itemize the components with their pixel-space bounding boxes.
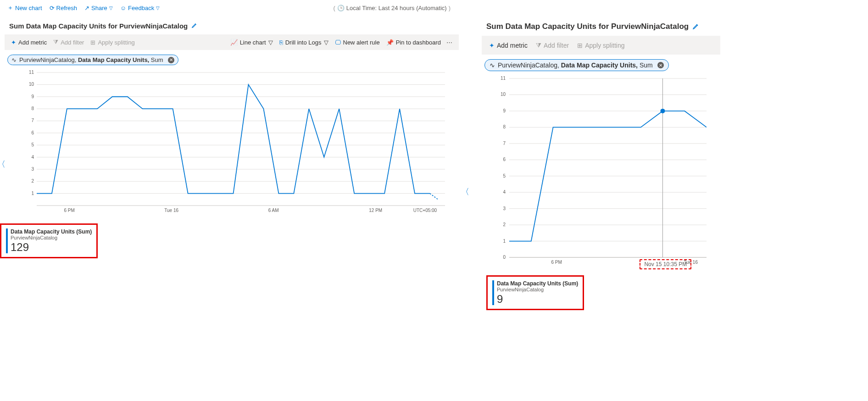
pin-label: Pin to dashboard bbox=[396, 39, 441, 46]
more-menu-button[interactable]: ⋯ bbox=[445, 38, 455, 47]
chart-toolbar-right: ✦ Add metric ⧩ Add filter ⊞ Apply splitt… bbox=[482, 36, 720, 55]
feedback-button[interactable]: ☺ Feedback ▽ bbox=[117, 3, 162, 13]
chevron-down-icon: ▽ bbox=[268, 39, 273, 46]
add-filter-button[interactable]: ⧩ Add filter bbox=[532, 39, 573, 52]
share-label: Share bbox=[91, 5, 107, 11]
svg-text:6 AM: 6 AM bbox=[268, 208, 279, 213]
plus-icon: ＋ bbox=[7, 4, 13, 12]
share-button[interactable]: ↗ Share ▽ bbox=[82, 3, 116, 13]
chevron-down-icon: ▽ bbox=[156, 6, 160, 11]
new-alert-button[interactable]: 🖵 New alert rule bbox=[332, 38, 383, 47]
edit-title-icon[interactable] bbox=[692, 22, 700, 31]
chart-panel-left: Sum Data Map Capacity Units for PurviewN… bbox=[5, 16, 459, 258]
svg-text:1: 1 bbox=[503, 239, 506, 244]
apply-splitting-button[interactable]: ⊞ Apply splitting bbox=[88, 38, 137, 47]
svg-text:5: 5 bbox=[31, 142, 34, 147]
refresh-icon: ⟳ bbox=[50, 5, 55, 11]
metric-icon: ∿ bbox=[490, 61, 495, 69]
clock-icon: 🕒 bbox=[337, 5, 345, 11]
sparkle-icon: ✦ bbox=[489, 42, 495, 49]
split-icon: ⊞ bbox=[577, 42, 583, 49]
legend-color-bar bbox=[6, 228, 8, 253]
svg-text:6 PM: 6 PM bbox=[64, 208, 75, 213]
time-range-label: Local Time: Last 24 hours (Automatic) bbox=[346, 5, 447, 11]
edit-title-icon[interactable] bbox=[191, 22, 198, 30]
remove-pill-icon[interactable]: ✕ bbox=[657, 62, 664, 68]
legend-color-bar bbox=[492, 280, 494, 305]
svg-text:2: 2 bbox=[31, 178, 34, 184]
svg-text:9: 9 bbox=[31, 94, 34, 99]
filter-icon: ⧩ bbox=[53, 39, 58, 46]
svg-text:2: 2 bbox=[503, 222, 506, 227]
pill-metric: Data Map Capacity Units, bbox=[78, 56, 151, 63]
add-filter-label: Add filter bbox=[61, 39, 84, 46]
svg-text:10: 10 bbox=[29, 82, 34, 87]
pill-resource: PurviewNinjaCatalog, bbox=[19, 56, 78, 63]
chart-area-left[interactable]: 12345678910116 PMTue 166 AM12 PMUTC+05:0… bbox=[18, 68, 459, 221]
add-metric-button[interactable]: ✦ Add metric bbox=[485, 39, 531, 52]
pill-resource: PurviewNinjaCatalog, bbox=[498, 61, 561, 69]
legend-value: 9 bbox=[497, 293, 578, 305]
new-chart-label: New chart bbox=[15, 5, 42, 11]
new-chart-button[interactable]: ＋ New chart bbox=[5, 2, 45, 14]
collapse-right-icon[interactable]: 〈 bbox=[461, 186, 469, 197]
svg-text:1: 1 bbox=[31, 191, 34, 196]
apply-splitting-label: Apply splitting bbox=[585, 42, 624, 49]
chart-area-right[interactable]: 012345678910116 PMTue 16 Nov 15 10:35 PM bbox=[486, 74, 720, 273]
hover-timestamp-tooltip: Nov 15 10:35 PM bbox=[640, 259, 691, 269]
add-filter-button[interactable]: ⧩ Add filter bbox=[50, 37, 87, 47]
remove-pill-icon[interactable]: ✕ bbox=[168, 57, 174, 63]
apply-splitting-button[interactable]: ⊞ Apply splitting bbox=[573, 39, 628, 52]
svg-text:0: 0 bbox=[503, 255, 506, 260]
top-command-bar: ＋ New chart ⟳ Refresh ↗ Share ▽ ☺ Feedba… bbox=[0, 0, 868, 16]
feedback-label: Feedback bbox=[128, 5, 154, 11]
svg-text:7: 7 bbox=[31, 118, 34, 123]
legend-resource-name: PurviewNinjaCatalog bbox=[497, 287, 578, 292]
svg-text:8: 8 bbox=[503, 124, 506, 129]
metric-pill-right[interactable]: ∿ PurviewNinjaCatalog, Data Map Capacity… bbox=[484, 59, 669, 71]
chevron-down-icon: ▽ bbox=[109, 6, 113, 11]
svg-text:6 PM: 6 PM bbox=[551, 260, 562, 265]
logs-icon: ⎘ bbox=[279, 39, 283, 46]
svg-point-56 bbox=[660, 109, 665, 113]
add-metric-label: Add metric bbox=[18, 39, 47, 46]
svg-text:3: 3 bbox=[503, 206, 506, 211]
chart-title-right: Sum Data Map Capacity Units for PurviewN… bbox=[486, 22, 689, 31]
svg-text:6: 6 bbox=[31, 130, 34, 135]
svg-text:11: 11 bbox=[29, 70, 34, 75]
legend-box-right: Data Map Capacity Units (Sum) PurviewNin… bbox=[486, 275, 584, 310]
smile-icon: ☺ bbox=[120, 5, 126, 11]
svg-text:5: 5 bbox=[503, 173, 506, 178]
pill-metric: Data Map Capacity Units, bbox=[561, 61, 640, 69]
filter-icon: ⧩ bbox=[536, 41, 541, 49]
svg-text:3: 3 bbox=[31, 167, 34, 172]
chart-title-left: Sum Data Map Capacity Units for PurviewN… bbox=[9, 22, 188, 30]
split-icon: ⊞ bbox=[90, 39, 95, 46]
metric-icon: ∿ bbox=[11, 56, 17, 63]
svg-text:9: 9 bbox=[503, 108, 506, 113]
refresh-button[interactable]: ⟳ Refresh bbox=[47, 3, 80, 13]
svg-text:11: 11 bbox=[501, 76, 506, 81]
refresh-label: Refresh bbox=[56, 5, 78, 11]
metric-pill-left[interactable]: ∿ PurviewNinjaCatalog, Data Map Capacity… bbox=[7, 55, 178, 65]
legend-metric-name: Data Map Capacity Units (Sum) bbox=[497, 280, 578, 287]
chevron-down-icon: ▽ bbox=[324, 39, 328, 46]
alert-icon: 🖵 bbox=[335, 39, 341, 46]
chart-type-dropdown[interactable]: 📈 Line chart ▽ bbox=[228, 38, 276, 47]
add-metric-button[interactable]: ✦ Add metric bbox=[8, 38, 50, 47]
chart-type-label: Line chart bbox=[240, 39, 266, 46]
svg-text:7: 7 bbox=[503, 141, 506, 146]
new-alert-label: New alert rule bbox=[343, 39, 380, 46]
apply-splitting-label: Apply splitting bbox=[98, 39, 134, 46]
svg-text:6: 6 bbox=[503, 157, 506, 162]
hover-timestamp-text: Nov 15 10:35 PM bbox=[644, 261, 687, 267]
pin-button[interactable]: 📌 Pin to dashboard bbox=[384, 38, 444, 47]
pill-agg: Sum bbox=[151, 56, 163, 63]
svg-text:4: 4 bbox=[31, 155, 34, 160]
drill-logs-button[interactable]: ⎘ Drill into Logs ▽ bbox=[277, 38, 331, 47]
svg-text:4: 4 bbox=[503, 189, 506, 195]
time-range-picker[interactable]: 🕒 Local Time: Last 24 hours (Automatic) bbox=[333, 5, 451, 11]
add-metric-label: Add metric bbox=[497, 42, 528, 49]
pill-agg: Sum bbox=[640, 61, 653, 69]
pin-icon: 📌 bbox=[386, 39, 394, 46]
